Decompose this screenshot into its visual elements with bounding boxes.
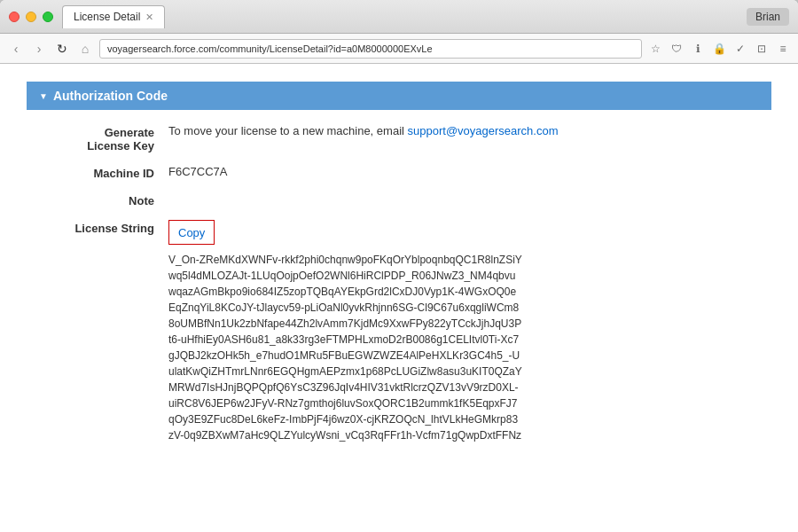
tab-close-icon[interactable]: ✕ — [145, 12, 153, 23]
nav-icons: ☆ 🛡 ℹ 🔒 ✓ ⊡ ≡ — [647, 41, 791, 57]
address-bar[interactable]: voyagersearch.force.com/community/Licens… — [99, 39, 642, 59]
reload-button[interactable]: ↻ — [53, 40, 71, 58]
generate-value: To move your license to a new machine, e… — [168, 124, 559, 137]
tab-area: License Detail ✕ — [62, 5, 747, 28]
user-badge: Brian — [747, 8, 789, 26]
tab-title: License Detail — [74, 11, 140, 23]
info-icon[interactable]: ℹ — [690, 41, 706, 57]
machine-id-label: Machine ID — [27, 165, 168, 180]
license-string-label: License String — [27, 220, 168, 235]
check-icon[interactable]: ✓ — [732, 41, 748, 57]
traffic-lights — [9, 12, 53, 22]
close-button[interactable] — [9, 12, 20, 22]
title-bar: License Detail ✕ Brian — [0, 0, 798, 34]
nav-bar: ‹ › ↻ ⌂ voyagersearch.force.com/communit… — [0, 34, 798, 64]
address-text: voyagersearch.force.com/community/Licens… — [107, 43, 433, 54]
browser-tab[interactable]: License Detail ✕ — [62, 5, 165, 28]
section-header: ▼ Authorization Code — [27, 82, 771, 110]
machine-id-row: Machine ID F6C7CC7A — [27, 165, 771, 180]
menu-icon[interactable]: ≡ — [775, 41, 791, 57]
generate-label: Generate License Key — [27, 124, 168, 153]
license-string-text: V_On-ZReMKdXWNFv-rkkf2phi0chqnw9poFKqOrY… — [168, 252, 522, 443]
generate-field-row: Generate License Key To move your licens… — [27, 124, 771, 153]
section-arrow-icon: ▼ — [39, 91, 48, 101]
star-icon[interactable]: ☆ — [647, 41, 663, 57]
license-string-content-col: Copy V_On-ZReMKdXWNFv-rkkf2phi0chqnw9poF… — [168, 220, 522, 443]
note-row: Note — [27, 192, 771, 207]
browser-window: License Detail ✕ Brian ‹ › ↻ ⌂ voyagerse… — [0, 0, 798, 532]
maximize-button[interactable] — [43, 12, 53, 22]
back-button[interactable]: ‹ — [7, 40, 25, 58]
shield-icon[interactable]: 🛡 — [669, 41, 685, 57]
page-content: ▼ Authorization Code Generate License Ke… — [0, 64, 798, 532]
cast-icon[interactable]: ⊡ — [754, 41, 770, 57]
support-email-link[interactable]: support@voyagersearch.com — [408, 124, 559, 137]
copy-button-container: Copy — [168, 220, 215, 245]
copy-button[interactable]: Copy — [178, 226, 205, 239]
lock-icon[interactable]: 🔒 — [711, 41, 727, 57]
note-label: Note — [27, 192, 168, 207]
license-string-row: License String Copy V_On-ZReMKdXWNFv-rkk… — [27, 220, 771, 443]
section-title: Authorization Code — [53, 89, 168, 103]
home-button[interactable]: ⌂ — [76, 40, 94, 58]
forward-button[interactable]: › — [30, 40, 48, 58]
machine-id-value: F6C7CC7A — [168, 165, 227, 178]
minimize-button[interactable] — [26, 12, 36, 22]
